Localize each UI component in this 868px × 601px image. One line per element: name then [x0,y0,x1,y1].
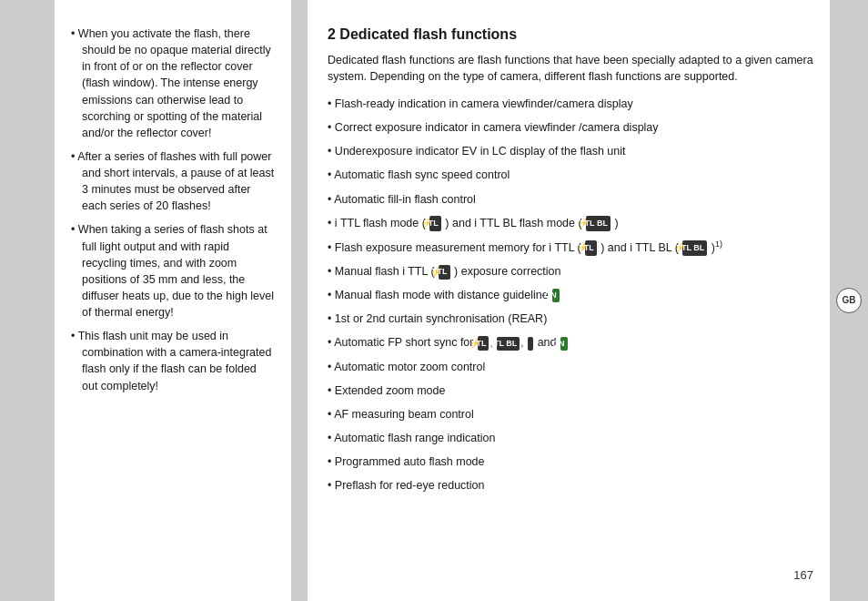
fp-ittl-badge: ⚡TTL [478,336,490,351]
list-item: Automatic fill-in flash control [328,191,813,208]
right-margin: GB [830,0,868,601]
list-item: i TTL flash mode ( ⚡TTL ) and i TTL BL f… [328,215,813,231]
page-container: When you activate the flash, there shoul… [0,0,868,601]
center-divider [291,0,308,601]
ittlbl-badge: ⚡TTL BL [586,216,611,231]
list-item: Flash exposure measurement memory for i … [328,239,813,256]
list-item: After a series of flashes with full powe… [71,148,275,215]
section-heading: 2 Dedicated flash functions [328,25,813,45]
ittl-mem-badge: ⚡TTL [585,240,597,256]
list-item: When taking a series of flash shots at f… [71,221,275,321]
list-item: Correct exposure indicator in camera vie… [328,119,813,136]
right-content: 2 Dedicated flash functions Dedicated fl… [308,0,830,601]
section-intro: Dedicated flash functions are flash func… [328,52,813,85]
gn-badge: GN [552,289,560,302]
left-content: When you activate the flash, there shoul… [55,0,291,601]
ittl-badge: ⚡TTL [429,216,441,231]
list-item: AF measuring beam control [328,406,813,423]
left-margin [0,0,55,601]
page-number: 167 [793,567,813,585]
list-item: Automatic motor zoom control [328,359,813,375]
list-item: Underexposure indicator EV in LC display… [328,143,813,159]
fp-m-badge: M [528,337,533,351]
list-item: Automatic FP short sync for ⚡TTL, TTL BL… [328,334,813,351]
fp-gn-badge: GN [560,337,568,351]
list-item: Automatic flash sync speed control [328,167,813,183]
list-item: Manual flash i TTL ( ⚡TTL ) exposure cor… [328,263,813,280]
left-bullet-list: When you activate the flash, there shoul… [71,25,275,394]
ittlbl-mem-badge: ⚡TTL BL [682,240,707,256]
list-item: 1st or 2nd curtain synchronisation (REAR… [328,311,813,327]
list-item: Manual flash mode with distance guidelin… [328,287,813,303]
list-item: When you activate the flash, there shoul… [71,25,275,141]
list-item: Automatic flash range indication [328,430,813,446]
list-item: Preflash for red-eye reduction [328,477,813,494]
right-bullet-list: Flash-ready indication in camera viewfin… [328,96,813,494]
gb-badge: GB [836,288,862,313]
manual-ittl-badge: ⚡TTL [439,265,450,280]
list-item: This flash unit may be used in combinati… [71,328,275,394]
fp-ttlbl-badge: TTL BL [497,337,520,351]
list-item: Flash-ready indication in camera viewfin… [328,96,813,112]
list-item: Extended zoom mode [328,382,813,399]
list-item: Programmed auto flash mode [328,453,813,470]
